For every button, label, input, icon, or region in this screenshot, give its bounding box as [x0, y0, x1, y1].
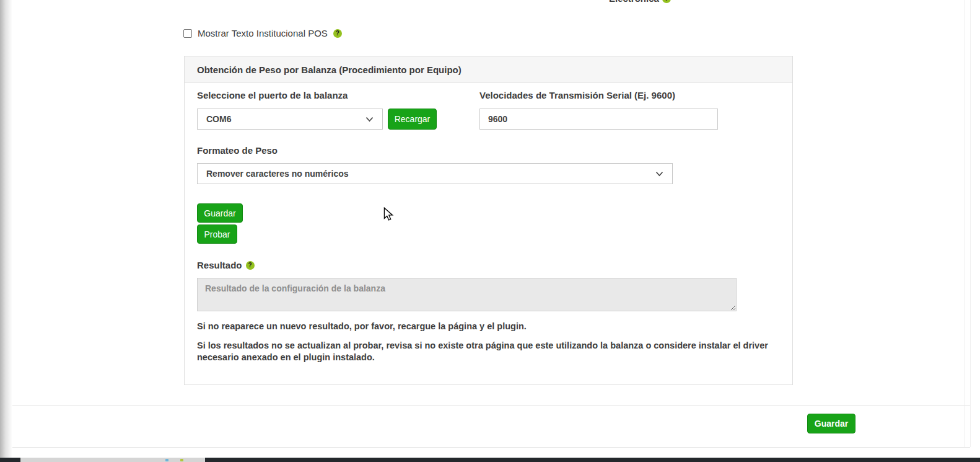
favicon-icon: [180, 459, 183, 461]
footer-guardar-button[interactable]: Guardar: [807, 414, 855, 433]
help-icon[interactable]: ?: [246, 261, 255, 270]
content-right-border: [970, 0, 971, 447]
footer-bottom-divider: [12, 447, 970, 448]
help-icon[interactable]: ?: [333, 29, 342, 38]
footer-top-divider: [12, 405, 970, 406]
balanza-panel-header: Obtención de Peso por Balanza (Procedimi…: [185, 56, 792, 83]
resultado-textarea[interactable]: [197, 278, 737, 311]
guardar-button[interactable]: Guardar: [197, 203, 243, 223]
right-divider-line: [964, 0, 965, 447]
port-select[interactable]: COM6: [197, 109, 383, 130]
format-label: Formateo de Peso: [197, 145, 278, 156]
electronica-partial-label: Electrónica ?: [609, 0, 671, 4]
note-reload-page: Si no reaparece un nuevo resultado, por …: [197, 321, 789, 332]
chevron-down-icon: [365, 117, 374, 122]
balanza-panel-title: Obtención de Peso por Balanza (Procedimi…: [197, 64, 462, 75]
resultado-label-row: Resultado ?: [197, 260, 255, 270]
settings-page: Electrónica ? Mostrar Texto Instituciona…: [0, 0, 980, 462]
probar-button[interactable]: Probar: [197, 224, 237, 244]
format-select-value: Remover caracteres no numéricos: [206, 169, 349, 179]
baud-label: Velocidades de Transmisión Serial (Ej. 9…: [479, 90, 675, 100]
mostrar-texto-checkbox[interactable]: [183, 29, 192, 38]
port-select-value: COM6: [206, 114, 231, 124]
chevron-down-icon: [655, 171, 663, 177]
baud-input[interactable]: [479, 109, 718, 130]
resultado-label: Resultado: [197, 260, 242, 270]
format-select[interactable]: Remover caracteres no numéricos: [197, 163, 673, 184]
left-edge-shadow: [0, 0, 12, 458]
favicon-icon: [165, 459, 168, 461]
mostrar-texto-row: Mostrar Texto Institucional POS ?: [183, 28, 342, 38]
help-icon[interactable]: ?: [662, 0, 671, 3]
recargar-button[interactable]: Recargar: [388, 109, 437, 130]
mouse-cursor-icon: [383, 207, 394, 222]
port-label: Seleccione el puerto de la balanza: [197, 90, 348, 100]
background-window-tab[interactable]: [20, 458, 205, 462]
note-driver: Si los resultados no se actualizan al pr…: [197, 340, 789, 363]
electronica-label-text: Electrónica: [609, 0, 659, 4]
balanza-panel: Obtención de Peso por Balanza (Procedimi…: [184, 56, 793, 385]
background-window-strip: [0, 458, 980, 462]
mostrar-texto-label: Mostrar Texto Institucional POS: [198, 28, 328, 38]
